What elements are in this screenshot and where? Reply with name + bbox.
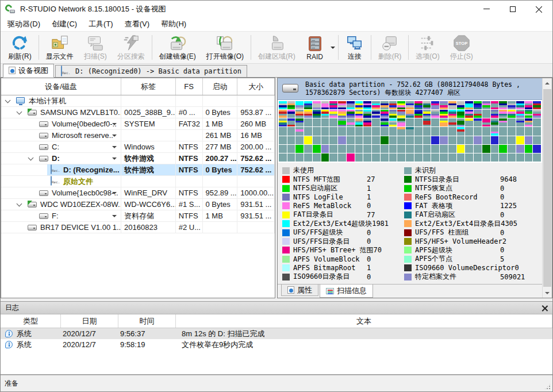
- legend-swatch: [404, 247, 412, 253]
- toolbar-button-create-region[interactable]: 创建区域(R): [253, 33, 301, 62]
- dropdown-arrow-icon[interactable]: [112, 215, 117, 220]
- toolbar-button-refresh-body[interactable]: 刷新(R): [3, 33, 37, 62]
- scroll-down-icon[interactable]: [543, 288, 552, 298]
- toolbar-button-connect-body[interactable]: 连接: [340, 33, 369, 62]
- toolbar-button-open-image[interactable]: 打开镜像(O): [201, 33, 249, 62]
- block-cell: [389, 136, 397, 144]
- legend-item: NTFS LogFile1: [282, 193, 404, 201]
- close-button[interactable]: [526, 1, 552, 17]
- log-column-header-0[interactable]: 类型: [1, 314, 61, 328]
- toolbar-button-show-files-body[interactable]: 显示文件: [41, 33, 79, 62]
- legend-item: UFS/FFS超级块0: [282, 228, 404, 237]
- toolbar-button-stop-body[interactable]: STOP停止(S): [445, 33, 478, 62]
- block-cell: [465, 127, 473, 135]
- log-row[interactable]: 系统2020/12/79:56:378m 12s 的 D: 扫描已完成: [1, 328, 552, 339]
- toolbar-button-connect[interactable]: 连接: [340, 33, 369, 62]
- toolbar-button-create-region-body[interactable]: 创建区域(R): [253, 33, 301, 62]
- log-row[interactable]: 系统2020/12/79:58:19文件枚举在9秒内完成: [1, 339, 552, 350]
- scrollbar-thumb[interactable]: [543, 89, 551, 287]
- toolbar: 刷新(R)显示文件扫描(S)分区搜索创建镜像(E)打开镜像(O)创建区域(R)R…: [1, 32, 552, 64]
- toolbar-button-delete[interactable]: 删除(R): [373, 33, 407, 62]
- toolbar-button-partition-search-body[interactable]: 分区搜索: [112, 33, 150, 62]
- log-text: 文件枚举在9秒内完成: [176, 340, 253, 350]
- table-row[interactable]: Rec.D: (Recognize...软件游戏NTFS0 Bytes752.6…: [1, 164, 275, 176]
- resize-grip[interactable]: [544, 383, 551, 390]
- table-row[interactable]: D:软件游戏NTFS200.27 ...752.62 ...: [1, 153, 275, 164]
- table-row[interactable]: Microsoft reserve..261 MB16 MB: [1, 130, 275, 141]
- minimize-button[interactable]: [473, 1, 500, 17]
- log-column-header-2[interactable]: 时间: [118, 314, 176, 328]
- expander-icon[interactable]: [5, 98, 11, 103]
- block-cell: [465, 153, 473, 162]
- toolbar-button-options[interactable]: 选项(O): [410, 33, 444, 62]
- device-name-cell: Volume{0bedecf0-..: [1, 118, 121, 129]
- scrollbar-track[interactable]: [543, 88, 552, 288]
- tab-properties[interactable]: 属性: [281, 285, 318, 296]
- expander-icon[interactable]: [17, 201, 22, 207]
- expander-icon[interactable]: [17, 109, 22, 115]
- tab-device-view[interactable]: 设备视图: [3, 64, 54, 78]
- table-row[interactable]: Rec.原始文件: [1, 176, 275, 187]
- block-cell: [304, 136, 312, 144]
- table-row[interactable]: 本地计算机: [1, 95, 275, 107]
- toolbar-button-stop[interactable]: STOP停止(S): [445, 33, 478, 62]
- log-column-header-1[interactable]: 日期: [61, 314, 118, 328]
- table-row[interactable]: C:WindowsNTFS277 MB200.00 ...: [1, 141, 275, 153]
- menu-item[interactable]: 创建(C): [46, 17, 83, 31]
- table-row[interactable]: F:资料存储NTFS1 MB931.51 ...: [1, 210, 275, 222]
- table-row[interactable]: BR17 DEVICE V1.00 1....20160823#2 U...: [1, 222, 275, 233]
- dropdown-arrow-icon[interactable]: [329, 33, 336, 62]
- table-row[interactable]: WDC WD10EZEX-08W...WD-WCC6Y6...#1 S...0 …: [1, 199, 275, 210]
- toolbar-button-refresh[interactable]: 刷新(R): [3, 33, 37, 62]
- block-cell: [355, 145, 363, 153]
- table-row[interactable]: Volume{0bedecf0-..SYSTEMFAT321 MB260 MB: [1, 118, 275, 130]
- tab-scan-information[interactable]: 扫描信息: [320, 285, 373, 298]
- block-cell: [406, 118, 414, 126]
- menu-item[interactable]: 帮助(H): [155, 17, 192, 31]
- block-cell: [313, 118, 321, 126]
- toolbar-button-label: 扫描(S): [84, 52, 107, 62]
- log-title: 日志: [5, 303, 19, 313]
- expander-icon[interactable]: [28, 155, 34, 161]
- maximize-button[interactable]: [500, 1, 526, 17]
- column-header-1[interactable]: 标签: [121, 78, 176, 95]
- column-header-4[interactable]: 大小: [237, 78, 275, 95]
- block-cell: [516, 118, 524, 126]
- toolbar-button-open-image-body[interactable]: 打开镜像(O): [201, 33, 249, 62]
- dropdown-arrow-icon[interactable]: [112, 192, 117, 197]
- toolbar-button-scan-body[interactable]: 扫描(S): [79, 33, 112, 62]
- log-column-header-3[interactable]: 文本: [176, 314, 552, 328]
- block-cell: [423, 127, 431, 135]
- scan-block-map[interactable]: [278, 100, 542, 163]
- table-row[interactable]: SAMSUNG MZVLB1T0...0025_388B_9...#0 ...0…: [1, 107, 275, 118]
- toolbar-button-delete-body[interactable]: 删除(R): [373, 33, 407, 62]
- toolbar-button-options-body[interactable]: 选项(O): [410, 33, 444, 62]
- toolbar-button-create-image-body[interactable]: 创建镜像(E): [154, 33, 201, 62]
- menu-item[interactable]: 驱动器(D): [2, 17, 46, 31]
- block-cell: [491, 118, 499, 126]
- menu-item[interactable]: 工具(T): [83, 17, 119, 31]
- block-cell: [338, 101, 346, 109]
- column-header-0[interactable]: 设备/磁盘: [1, 78, 121, 95]
- column-header-3[interactable]: 启动: [203, 78, 238, 95]
- dropdown-arrow-icon[interactable]: [112, 123, 117, 128]
- dropdown-arrow-icon[interactable]: [112, 146, 117, 151]
- menu-item[interactable]: 查看(V): [119, 17, 155, 31]
- dropdown-arrow-icon[interactable]: [112, 157, 117, 162]
- table-row[interactable]: Volume{1ecb0c98-..WinRE_DRVNTFS952.89 ..…: [1, 187, 275, 199]
- tab-partition[interactable]: Rec.D: (Recognized0) -> Basic data parti…: [55, 65, 247, 77]
- block-cell: [414, 153, 423, 162]
- toolbar-button-partition-search[interactable]: 分区搜索: [112, 33, 150, 62]
- dropdown-arrow-icon[interactable]: [112, 134, 117, 139]
- toolbar-button-raid-body[interactable]: RAID: [301, 33, 329, 62]
- legend-label: ReFS BootRecord: [415, 193, 500, 201]
- toolbar-button-show-files[interactable]: 显示文件: [41, 33, 79, 62]
- toolbar-button-scan[interactable]: 扫描(S): [79, 33, 112, 62]
- scroll-up-icon[interactable]: [543, 78, 552, 88]
- toolbar-button-create-image[interactable]: 创建镜像(E): [154, 33, 201, 62]
- column-header-2[interactable]: FS: [176, 78, 203, 95]
- toolbar-button-raid[interactable]: RAID: [301, 33, 336, 62]
- log-close-icon[interactable]: [542, 305, 548, 311]
- toolbar-button-label: 分区搜索: [117, 52, 145, 62]
- vertical-scrollbar[interactable]: [542, 78, 552, 298]
